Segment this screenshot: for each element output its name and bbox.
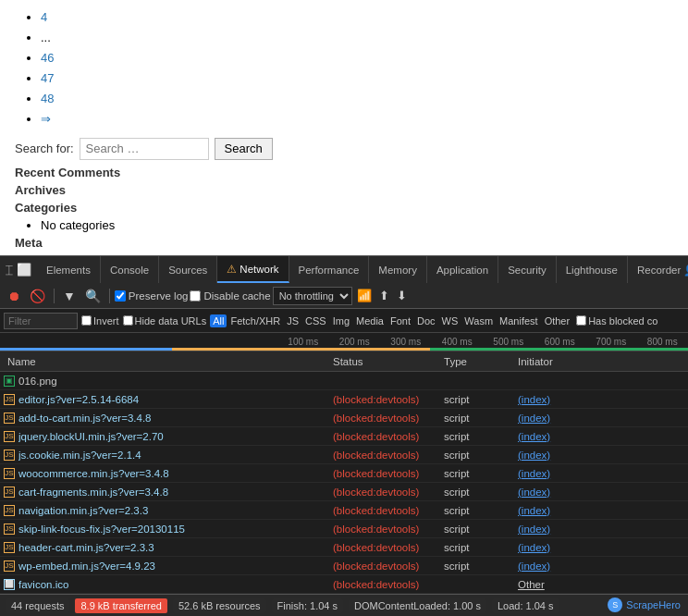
js-icon: JS xyxy=(4,431,15,442)
tab-network[interactable]: ⚠ Network xyxy=(217,256,289,283)
row-filename: jquery.blockUI.min.js?ver=2.70 xyxy=(18,431,164,442)
row-initiator[interactable]: (index) xyxy=(518,561,610,572)
tab-performance[interactable]: Performance xyxy=(289,256,370,283)
wifi-icon-button[interactable]: 📶 xyxy=(354,287,375,304)
table-row[interactable]: JS jquery.blockUI.min.js?ver=2.70 (block… xyxy=(0,427,688,446)
filter-type-fetch[interactable]: Fetch/XHR xyxy=(227,314,283,327)
list-item: 4 xyxy=(41,7,673,28)
row-status: (blocked:devtools) xyxy=(333,542,444,553)
page-link-46[interactable]: 46 xyxy=(41,51,54,65)
row-initiator[interactable]: (index) xyxy=(518,468,610,479)
timeline-label-100: 100 ms xyxy=(277,337,329,347)
tab-application[interactable]: Application xyxy=(427,256,498,283)
row-name-cell: JS add-to-cart.min.js?ver=3.4.8 xyxy=(0,413,333,424)
devtools-icon-device[interactable]: ⬜ xyxy=(17,263,31,277)
table-row[interactable]: JS js.cookie.min.js?ver=2.1.4 (blocked:d… xyxy=(0,446,688,464)
table-row[interactable]: JS navigation.min.js?ver=2.3.3 (blocked:… xyxy=(0,501,688,520)
table-row[interactable]: JS editor.js?ver=2.5.14-6684 (blocked:de… xyxy=(0,390,688,409)
tab-lighthouse-label: Lighthouse xyxy=(566,265,618,276)
invert-label[interactable]: Invert xyxy=(81,315,119,326)
disable-cache-checkbox[interactable] xyxy=(190,290,201,302)
network-rows: ▣ 016.png JS editor.js?ver=2.5.14-6684 (… xyxy=(0,372,688,594)
filter-type-img[interactable]: Img xyxy=(330,314,352,327)
tab-security[interactable]: Security xyxy=(498,256,557,283)
filter-input[interactable] xyxy=(4,313,78,329)
blocked-checkbox[interactable] xyxy=(576,315,586,326)
search-button[interactable]: Search xyxy=(215,138,273,160)
filter-type-ws[interactable]: WS xyxy=(439,314,461,327)
preserve-log-label[interactable]: Preserve log xyxy=(115,290,189,302)
tab-performance-label: Performance xyxy=(299,265,360,276)
row-status: (blocked:devtools) xyxy=(333,450,444,461)
row-initiator[interactable]: (index) xyxy=(518,431,610,442)
table-row[interactable]: JS woocommerce.min.js?ver=3.4.8 (blocked… xyxy=(0,464,688,483)
filter-type-font[interactable]: Font xyxy=(387,314,413,327)
search-label: Search for: xyxy=(15,142,74,155)
throttle-select[interactable]: No throttling Fast 3G Slow 3G xyxy=(273,287,352,305)
page-link-47[interactable]: 47 xyxy=(41,71,54,85)
row-initiator[interactable]: (index) xyxy=(518,394,610,405)
record-button[interactable]: ⏺ xyxy=(4,287,24,305)
row-initiator[interactable]: (index) xyxy=(518,450,610,461)
filter-type-css[interactable]: CSS xyxy=(302,314,329,327)
table-row[interactable]: JS skip-link-focus-fix.js?ver=20130115 (… xyxy=(0,520,688,538)
timeline-label-400: 400 ms xyxy=(432,337,484,347)
devtools-icon-cursor[interactable]: ⌶ xyxy=(6,263,13,277)
search-input[interactable] xyxy=(80,138,209,160)
network-table-header: Name Status Type Initiator xyxy=(0,351,688,372)
row-type: script xyxy=(444,431,518,442)
table-row[interactable]: JS wp-embed.min.js?ver=4.9.23 (blocked:d… xyxy=(0,557,688,575)
row-initiator[interactable]: (index) xyxy=(518,542,610,553)
filter-type-media[interactable]: Media xyxy=(353,314,387,327)
timeline-label-800: 800 ms xyxy=(637,337,689,347)
table-row[interactable]: JS header-cart.min.js?ver=2.3.3 (blocked… xyxy=(0,538,688,557)
filter-type-all[interactable]: All xyxy=(210,314,227,327)
col-header-status[interactable]: Status xyxy=(333,356,444,367)
tab-lighthouse[interactable]: Lighthouse xyxy=(557,256,628,283)
table-row[interactable]: JS add-to-cart.min.js?ver=3.4.8 (blocked… xyxy=(0,409,688,427)
page-link-48[interactable]: 48 xyxy=(41,92,54,105)
network-warn-icon: ⚠ xyxy=(227,263,237,276)
categories-list: No categories xyxy=(15,218,673,232)
filter-type-wasm[interactable]: Wasm xyxy=(461,314,496,327)
preserve-log-checkbox[interactable] xyxy=(115,290,126,302)
row-initiator[interactable]: (index) xyxy=(518,487,610,498)
table-row[interactable]: JS cart-fragments.min.js?ver=3.4.8 (bloc… xyxy=(0,483,688,501)
search-button-toolbar[interactable]: 🔍 xyxy=(81,287,104,305)
filter-types: All Fetch/XHR JS CSS Img Media Font Doc … xyxy=(210,314,572,327)
table-row[interactable]: ▣ 016.png xyxy=(0,372,688,390)
page-link-next[interactable]: ⇒ xyxy=(41,112,51,126)
filter-type-js[interactable]: JS xyxy=(284,314,301,327)
tab-elements[interactable]: Elements xyxy=(37,256,101,283)
invert-checkbox[interactable] xyxy=(81,315,92,326)
table-row[interactable]: ⬜ favicon.ico (blocked:devtools) Other xyxy=(0,575,688,594)
row-initiator[interactable]: (index) xyxy=(518,505,610,516)
tab-memory[interactable]: Memory xyxy=(369,256,427,283)
tab-sources[interactable]: Sources xyxy=(159,256,217,283)
filter-type-manifest[interactable]: Manifest xyxy=(497,314,541,327)
hide-data-urls-checkbox[interactable] xyxy=(123,315,133,326)
clear-button[interactable]: 🚫 xyxy=(26,287,49,305)
col-header-type[interactable]: Type xyxy=(444,356,518,367)
js-icon: JS xyxy=(4,394,15,405)
disable-cache-label[interactable]: Disable cache xyxy=(190,290,270,302)
search-section: Search for: Search xyxy=(15,138,673,160)
devtools-status-bar: 44 requests 8.9 kB transferred 52.6 kB r… xyxy=(0,594,688,616)
row-initiator[interactable]: (index) xyxy=(518,524,610,535)
hide-data-urls-label[interactable]: Hide data URLs xyxy=(123,315,207,326)
download-icon-button[interactable]: ⬇ xyxy=(394,287,410,304)
tab-recorder[interactable]: Recorder 👤 xyxy=(628,256,688,283)
filter-icon-button[interactable]: ▼ xyxy=(59,287,80,305)
tab-console[interactable]: Console xyxy=(101,256,159,283)
blocked-label[interactable]: Has blocked co xyxy=(576,315,657,326)
row-status: (blocked:devtools) xyxy=(333,524,444,535)
row-status: (blocked:devtools) xyxy=(333,431,444,442)
row-filename: add-to-cart.min.js?ver=3.4.8 xyxy=(18,413,152,424)
upload-icon-button[interactable]: ⬆ xyxy=(376,287,392,304)
filter-type-doc[interactable]: Doc xyxy=(414,314,438,327)
filter-type-other[interactable]: Other xyxy=(542,314,573,327)
col-header-name[interactable]: Name xyxy=(0,356,333,367)
row-initiator[interactable]: (index) xyxy=(518,413,610,424)
col-header-initiator[interactable]: Initiator xyxy=(518,356,610,367)
page-link-4[interactable]: 4 xyxy=(41,10,47,24)
